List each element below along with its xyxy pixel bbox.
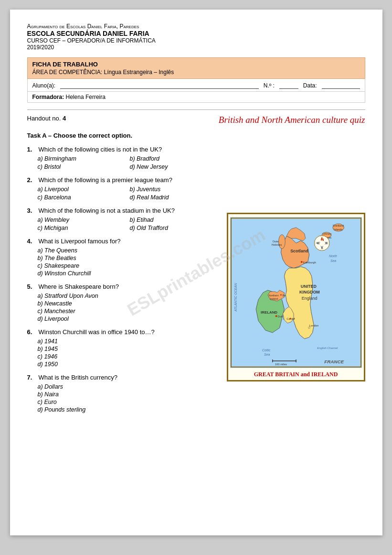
option-1-c): c) Bristol	[38, 163, 125, 171]
svg-text:E: E	[326, 241, 328, 245]
map-column: ATLANTIC OCEAN North Sea English Channel…	[227, 213, 365, 419]
option-3-d): d) Old Trafford	[130, 224, 217, 232]
question-6: 6.Winston Churchill was in office 1940 t…	[27, 328, 217, 368]
option-6-2: b) 1945	[38, 345, 217, 353]
option-2-a): a) Liverpool	[38, 185, 125, 193]
option-6-4: d) 1950	[38, 360, 217, 368]
formadora-label: Formadora:	[32, 94, 64, 100]
option-7-1: a) Dollars	[38, 383, 217, 391]
svg-text:N: N	[321, 238, 324, 242]
question-body-5: Where is Shakespeare born?	[39, 283, 119, 290]
question-body-3: Which of the following is not a stadium …	[39, 207, 175, 214]
svg-text:Northern: Northern	[268, 294, 278, 297]
svg-text:100 miles: 100 miles	[275, 363, 286, 366]
svg-text:Sea: Sea	[330, 259, 336, 262]
divider	[27, 109, 365, 110]
question-num-5: 5.	[27, 283, 36, 290]
option-4-1: a) The Queens	[38, 247, 217, 254]
svg-text:UNITED: UNITED	[300, 284, 317, 289]
school-header: Agrupamento de Escolas Daniel Faria, Par…	[27, 23, 365, 51]
question-num-4: 4.	[27, 238, 36, 245]
svg-text:Outer: Outer	[272, 240, 279, 243]
option-2-b): b) Juventus	[130, 185, 217, 193]
question-text-7: 7.What is the British currency?	[27, 374, 217, 381]
map-title: GREAT BRITAIN and IRELAND	[230, 371, 362, 378]
question-num-1: 1.	[27, 146, 36, 153]
svg-text:Sea: Sea	[264, 353, 269, 356]
option-1-a): a) Birmingham	[38, 155, 125, 163]
question-text-4: 4.What is Liverpool famous for?	[27, 238, 217, 245]
option-5-3: c) Manchester	[38, 307, 217, 315]
svg-text:Scotland: Scotland	[290, 249, 308, 253]
handout-no: Handout no. 4	[27, 115, 66, 122]
question-body-2: Which of the following is a premier leag…	[39, 176, 172, 184]
svg-text:☆: ☆	[307, 326, 310, 330]
task-text: – Choose the correct option.	[48, 132, 132, 139]
svg-text:England: England	[301, 296, 317, 301]
question-2: 2.Which of the following is a premier le…	[27, 176, 217, 201]
data-label: Data:	[303, 82, 317, 89]
option-4-3: c) Shakespeare	[38, 262, 217, 270]
question-body-7: What is the British currency?	[39, 374, 117, 381]
option-1-b): b) Bradford	[130, 155, 217, 163]
svg-text:North: North	[329, 254, 337, 258]
svg-point-11	[275, 315, 277, 317]
svg-text:Shetland: Shetland	[332, 224, 343, 227]
svg-text:W: W	[317, 241, 320, 245]
question-5: 5.Where is Shakespeare born?a) Stratford…	[27, 283, 217, 323]
option-3-c): c) Michigan	[38, 224, 125, 232]
aluno-row: Aluno(a): N.º : Data:	[27, 79, 365, 92]
year-info: 2019/2020	[27, 44, 365, 51]
task-instruction: Task A – Choose the correct option.	[27, 132, 365, 139]
question-body-6: Winston Churchill was in office 1940 to……	[39, 328, 155, 336]
question-text-2: 2.Which of the following is a premier le…	[27, 176, 217, 184]
quiz-title: British and North American culture quiz	[75, 115, 365, 125]
option-7-2: b) Naira	[38, 391, 217, 398]
handout-prefix: Handout no.	[27, 115, 61, 122]
question-text-1: 1.Which of the following cities is not i…	[27, 146, 217, 153]
question-3: 3.Which of the following is not a stadiu…	[27, 207, 217, 232]
map-container: ATLANTIC OCEAN North Sea English Channel…	[227, 213, 365, 381]
aluno-line[interactable]	[60, 81, 259, 89]
svg-text:KINGDOM: KINGDOM	[299, 290, 319, 294]
page: Agrupamento de Escolas Daniel Faria, Par…	[10, 10, 382, 535]
course-info: CURSO CEF – OPERADOR/A DE INFORMÁTICA	[27, 37, 365, 44]
option-2-d): d) Real Madrid	[130, 194, 217, 201]
data-line[interactable]	[322, 81, 360, 89]
aluno-label: Aluno(a):	[32, 82, 56, 89]
questions-column: 1.Which of the following cities is not i…	[27, 146, 217, 419]
area-competencia: ÁREA DE COMPETÊNCIA: Língua Estrangeira …	[32, 69, 360, 76]
svg-text:Edinburgh: Edinburgh	[303, 261, 316, 264]
question-1: 1.Which of the following cities is not i…	[27, 146, 217, 171]
svg-text:ATLANTIC OCEAN: ATLANTIC OCEAN	[233, 283, 237, 312]
formadora-name: Helena Ferreira	[66, 94, 106, 100]
option-6-1: a) 1941	[38, 337, 217, 345]
numero-label: N.º :	[264, 82, 275, 89]
svg-text:IRELAND: IRELAND	[261, 310, 277, 315]
option-2-c): c) Barcelona	[38, 194, 125, 201]
question-num-2: 2.	[27, 176, 36, 184]
svg-text:Hebrides: Hebrides	[271, 243, 282, 246]
ficha-box: FICHA DE TRABALHO ÁREA DE COMPETÊNCIA: L…	[27, 57, 365, 79]
option-7-4: d) Pounds sterling	[38, 406, 217, 414]
option-3-a): a) Wembley	[38, 216, 125, 224]
svg-point-21	[300, 261, 302, 263]
svg-point-16	[280, 294, 281, 295]
svg-text:Islands: Islands	[333, 228, 342, 231]
question-text-3: 3.Which of the following is not a stadiu…	[27, 207, 217, 214]
handout-number: 4	[63, 115, 66, 122]
formadora-row: Formadora: Helena Ferreira	[27, 92, 365, 103]
option-5-1: a) Stratford Upon Avon	[38, 292, 217, 300]
question-num-6: 6.	[27, 328, 36, 336]
option-6-3: c) 1946	[38, 353, 217, 360]
option-4-2: b) The Beatles	[38, 254, 217, 262]
svg-text:FRANCE: FRANCE	[324, 359, 344, 364]
question-body-1: Which of the following cities is not in …	[39, 146, 162, 153]
question-body-4: What is Liverpool famous for?	[39, 238, 121, 245]
svg-text:S: S	[321, 246, 323, 250]
option-4-4: d) Winston Churchill	[38, 270, 217, 277]
question-7: 7.What is the British currency?a) Dollar…	[27, 374, 217, 414]
numero-line[interactable]	[279, 81, 298, 89]
question-text-6: 6.Winston Churchill was in office 1940 t…	[27, 328, 217, 336]
map-svg: ATLANTIC OCEAN North Sea English Channel…	[230, 216, 362, 369]
